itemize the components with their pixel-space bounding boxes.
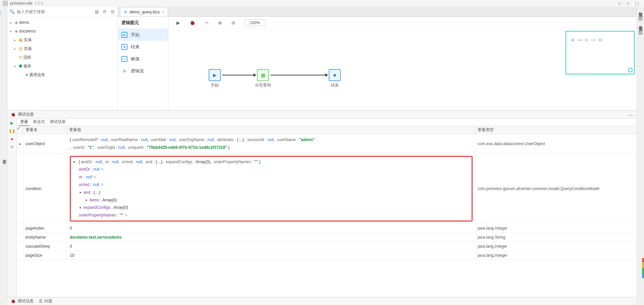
scroll-indicator-icon	[642, 258, 644, 278]
assign-icon: ▭	[121, 56, 127, 62]
palette-start[interactable]: ▶ 开始	[118, 29, 168, 41]
debug-controls: ▶ ❚❚ ■ ⟳	[7, 119, 17, 297]
minimap[interactable]	[566, 31, 635, 74]
tree-node-service[interactable]: ▾⬢ 服务	[7, 62, 118, 70]
var-type: com.eos.data.datacontext.UserObject	[476, 134, 637, 154]
folder-icon: ▥	[638, 15, 643, 21]
flow-node-start[interactable]: ▶	[209, 69, 221, 81]
collapse-icon[interactable]: ⊟	[110, 9, 116, 14]
zoom-level[interactable]: 100%	[245, 19, 265, 26]
edit-icon[interactable]: ✎	[101, 167, 104, 171]
right-rail-datasource[interactable]: 数据源	[638, 9, 643, 11]
right-rail-offline[interactable]: 离线资源	[638, 22, 643, 25]
tree-node-docdemo[interactable]: ▾◈ docdemo	[7, 27, 118, 36]
var-name: cascadeDeep	[23, 242, 67, 251]
window-maximize-icon[interactable]: ▢	[633, 1, 641, 6]
variables-body: ▸ userObject { userRemoteIP : null, user…	[17, 134, 637, 297]
flow-node-end[interactable]: ■	[329, 69, 341, 81]
explorer-tree: ▸◈ demo ▾◈ docdemo ▸▣ 实体 ▸▤ 页面	[7, 17, 118, 110]
tab-expression[interactable]: 表达式	[32, 118, 46, 126]
highlight-box: { andOr : null, or : null, orAnd : null,…	[70, 156, 473, 222]
palette-label: 赋值	[131, 56, 140, 62]
var-value: 10	[67, 251, 476, 260]
status-problems[interactable]: ☰ 问题	[39, 298, 52, 304]
app-logo-icon	[3, 1, 8, 6]
zoom-out-icon[interactable]: ⊖	[231, 20, 235, 25]
cube-icon: ◈	[15, 29, 18, 34]
var-type: java.lang.String	[476, 233, 637, 242]
var-value: docdemo.test.servicedemo	[67, 233, 476, 242]
var-value: 0	[67, 224, 476, 233]
var-name: pageSize	[23, 251, 67, 260]
folder-icon: ▥	[638, 29, 643, 35]
zoom-in-icon[interactable]: ⊕	[218, 20, 222, 25]
tree-node-demo[interactable]: ▸◈ demo	[7, 18, 118, 27]
tree-node-general[interactable]: ● 通用业务	[7, 70, 118, 79]
tree-node-page[interactable]: ▸▤ 页面	[7, 44, 118, 53]
var-value: 0	[67, 242, 476, 251]
var-name: pageIndex	[23, 224, 67, 233]
var-type: com.primeton.gocom.afcenter.common.model…	[476, 154, 637, 224]
window-forward-icon[interactable]: >	[624, 1, 633, 6]
flow-icon: ⧉	[19, 55, 22, 60]
table-row: ▸ userObject { userRemoteIP : null, user…	[17, 134, 637, 154]
status-debug-info[interactable]: 🐞 调试信息	[11, 298, 34, 304]
edit-icon[interactable]: ✎	[125, 213, 128, 217]
palette-logicflow[interactable]: ⚙ 逻辑流	[118, 65, 168, 77]
palette-end[interactable]: ■ 结束	[118, 41, 168, 53]
status-label: 调试信息	[17, 298, 34, 304]
cube-icon: ◈	[15, 20, 18, 25]
debug-icon[interactable]: 🐞	[190, 20, 195, 25]
tree-node-flow[interactable]: ⧉ 流程	[7, 53, 118, 62]
restart-button[interactable]: ⟳	[9, 144, 15, 150]
entity-icon: ▣	[19, 38, 22, 42]
titlebar: primeton-ide 1.0.0 < > ▢	[0, 0, 644, 7]
search-input[interactable]	[17, 9, 92, 14]
service-icon: ⬢	[19, 64, 22, 68]
run-icon[interactable]: ▶	[176, 20, 180, 25]
col-type: 变量类型	[476, 126, 637, 134]
tab-variables[interactable]: 变量	[19, 118, 30, 126]
expand-col-icon[interactable]: ⤢	[17, 126, 23, 134]
refresh-icon[interactable]: ⟳	[102, 9, 108, 14]
window-back-icon[interactable]: <	[615, 1, 624, 6]
tab-demo-query[interactable]: ⚙ demo_query.bizx ×	[120, 7, 168, 16]
tab-label: demo_query.bizx	[129, 10, 160, 14]
expand-toggle[interactable]	[17, 154, 23, 224]
table-row: cascadeDeep 0 java.lang.Integer	[17, 242, 637, 251]
stop-button[interactable]: ■	[9, 136, 15, 142]
palette-assign[interactable]: ▭ 赋值	[118, 53, 168, 65]
left-rail-label: 资源	[2, 156, 7, 158]
var-name: condition	[23, 154, 67, 224]
app-version: 1.0.0	[35, 1, 44, 6]
col-name: 变量名	[23, 126, 67, 134]
palette-title: 逻辑图元	[118, 17, 168, 29]
debug-header: 🐞 调试信息 —	[7, 111, 637, 119]
left-rail[interactable]: 资源 ▥	[0, 7, 7, 305]
stop-icon: ■	[121, 44, 127, 50]
step-icon[interactable]: ⤳	[205, 20, 209, 25]
tree-label: 页面	[24, 46, 32, 52]
tab-result[interactable]: 调试结果	[48, 118, 67, 126]
table-row: condition { andOr : null, or : null, orA…	[17, 154, 637, 224]
tree-node-entity[interactable]: ▸▣ 实体	[7, 36, 118, 44]
folder-open-icon[interactable]: ▤	[94, 9, 100, 14]
expand-toggle[interactable]: ▸	[17, 134, 23, 154]
col-value: 变量值	[67, 126, 476, 134]
canvas[interactable]: ▶ 开始 ▦ 分页查询 ■ 结束	[168, 29, 637, 110]
gear-icon: ⚙	[124, 10, 127, 14]
flow-label-query: 分页查询	[250, 82, 276, 88]
variables-header: ⤢ 变量名 变量值 变量类型	[17, 126, 637, 134]
flow-node-query[interactable]: ▦	[257, 69, 269, 81]
minimap-resize-icon[interactable]	[628, 68, 633, 72]
var-type: java.lang.Integer	[476, 242, 637, 251]
search-icon: 🔍	[9, 9, 15, 14]
minimize-icon[interactable]: —	[629, 112, 633, 117]
mini-edge-icon	[577, 40, 582, 40]
close-icon[interactable]: ×	[162, 10, 164, 14]
edit-icon[interactable]: ✎	[93, 175, 96, 179]
biz-icon: ●	[25, 72, 28, 77]
edit-icon[interactable]: ✎	[101, 183, 104, 187]
pause-button[interactable]: ❚❚	[9, 128, 15, 134]
continue-button[interactable]: ▶	[9, 120, 15, 126]
